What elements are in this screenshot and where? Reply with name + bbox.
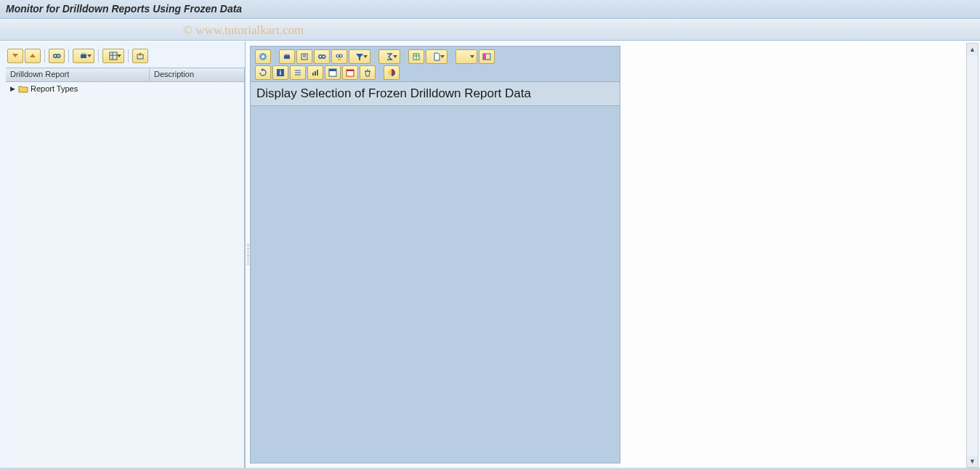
info-button[interactable]: i [272, 65, 288, 80]
print-preview-button[interactable] [296, 49, 312, 64]
svg-point-17 [336, 54, 339, 57]
expand-toggle-icon[interactable]: ▶ [9, 85, 16, 92]
spreadsheet-icon [412, 52, 421, 61]
vertical-splitter[interactable] [246, 41, 250, 468]
tree-root-row[interactable]: ▶ Report Types [6, 82, 244, 95]
graphic-button[interactable] [325, 65, 341, 80]
content-area: Drilldown Report Description ▶ Report Ty… [0, 41, 980, 468]
expand-all-button[interactable] [7, 49, 23, 63]
tree-body[interactable]: ▶ Report Types [6, 82, 245, 468]
find-button-alv[interactable] [314, 49, 330, 64]
svg-rect-23 [483, 54, 486, 60]
svg-point-0 [54, 54, 57, 57]
vertical-scrollbar[interactable]: ▲ ▼ [966, 43, 979, 468]
svg-point-15 [319, 55, 322, 58]
layout-select-icon [482, 52, 491, 61]
sum-menu-button[interactable] [378, 49, 400, 64]
pie-icon [387, 68, 396, 77]
collapse-up-icon [28, 52, 37, 60]
print-icon [283, 52, 291, 61]
blank-area [620, 41, 980, 468]
toolbar-separator [451, 50, 452, 63]
filter-icon [355, 52, 364, 61]
binoculars-next-icon [335, 52, 344, 61]
toolbar-separator [68, 49, 69, 62]
toolbar-separator [404, 50, 405, 63]
print-icon [79, 52, 88, 60]
svg-point-9 [262, 55, 264, 58]
details-icon [259, 52, 267, 61]
alv-panel: i Display Selection of Frozen D [250, 46, 620, 463]
toolbar-separator [275, 50, 275, 63]
scroll-up-icon[interactable]: ▲ [967, 44, 978, 55]
file-icon [432, 52, 441, 61]
svg-rect-33 [329, 69, 336, 71]
list-icon [293, 68, 302, 77]
refresh-icon [259, 68, 267, 77]
window-title-bar: Monitor for Drilldown Reports Using Froz… [0, 0, 980, 19]
calendar-button[interactable] [342, 65, 358, 80]
svg-rect-11 [285, 54, 289, 55]
abc-button[interactable] [307, 65, 323, 80]
folder-icon [18, 84, 28, 93]
alv-toolbar-row2: i [251, 65, 620, 81]
tree-column-description-header[interactable]: Description [150, 68, 245, 81]
export-xls-button[interactable] [408, 49, 424, 64]
expand-down-icon [11, 52, 20, 60]
svg-point-16 [322, 55, 325, 58]
select-layout-button[interactable] [479, 49, 495, 64]
svg-rect-2 [81, 54, 86, 58]
svg-rect-35 [347, 70, 354, 71]
window-icon [328, 68, 337, 77]
chart-color-button[interactable] [384, 65, 400, 80]
filter-menu-button[interactable] [349, 49, 370, 64]
print-preview-icon [300, 52, 309, 61]
mail-menu-button[interactable] [455, 49, 477, 64]
scroll-down-icon[interactable]: ▼ [967, 455, 978, 467]
svg-rect-31 [317, 70, 318, 76]
tree-toolbar [6, 47, 245, 68]
print-menu-button[interactable] [73, 49, 94, 63]
svg-point-18 [339, 54, 342, 57]
list-button[interactable] [290, 65, 306, 80]
application-toolbar [0, 19, 980, 41]
tree-header-row: Drilldown Report Description [6, 68, 245, 82]
binoculars-icon [52, 52, 61, 60]
svg-rect-30 [315, 71, 316, 76]
export-button[interactable] [132, 49, 148, 63]
toolbar-separator [128, 49, 129, 62]
alv-heading-text: Display Selection of Frozen Drilldown Re… [256, 86, 531, 101]
details-button[interactable] [255, 49, 271, 64]
local-file-menu-button[interactable] [426, 49, 448, 64]
svg-text:i: i [280, 69, 282, 76]
toolbar-separator [98, 49, 99, 62]
find-next-button[interactable] [331, 49, 347, 64]
bar-chart-icon [311, 68, 320, 77]
delete-button[interactable] [360, 65, 376, 80]
layout-menu-button[interactable] [102, 49, 124, 63]
sigma-icon [385, 52, 394, 61]
grid-icon [109, 52, 118, 60]
svg-rect-3 [81, 53, 86, 54]
svg-point-1 [57, 54, 60, 57]
tree-column-report-header[interactable]: Drilldown Report [6, 68, 150, 81]
tree-panel: Drilldown Report Description ▶ Report Ty… [0, 41, 246, 468]
binoculars-icon [317, 52, 326, 61]
print-button[interactable] [279, 49, 295, 64]
alv-toolbar-row1 [251, 46, 620, 65]
export-icon [136, 52, 145, 60]
refresh-button[interactable] [255, 65, 271, 80]
toolbar-separator [44, 49, 45, 62]
tree-root-label: Report Types [31, 84, 78, 93]
svg-rect-29 [312, 73, 314, 76]
collapse-all-button[interactable] [25, 49, 41, 63]
toolbar-separator [379, 66, 380, 79]
svg-rect-4 [110, 52, 117, 60]
window-title: Monitor for Drilldown Reports Using Froz… [6, 3, 242, 15]
alv-heading: Display Selection of Frozen Drilldown Re… [251, 81, 620, 106]
alv-body[interactable] [251, 106, 620, 463]
find-button[interactable] [49, 49, 65, 63]
svg-rect-10 [284, 55, 290, 59]
toolbar-separator [374, 50, 375, 63]
trash-icon [363, 68, 372, 77]
